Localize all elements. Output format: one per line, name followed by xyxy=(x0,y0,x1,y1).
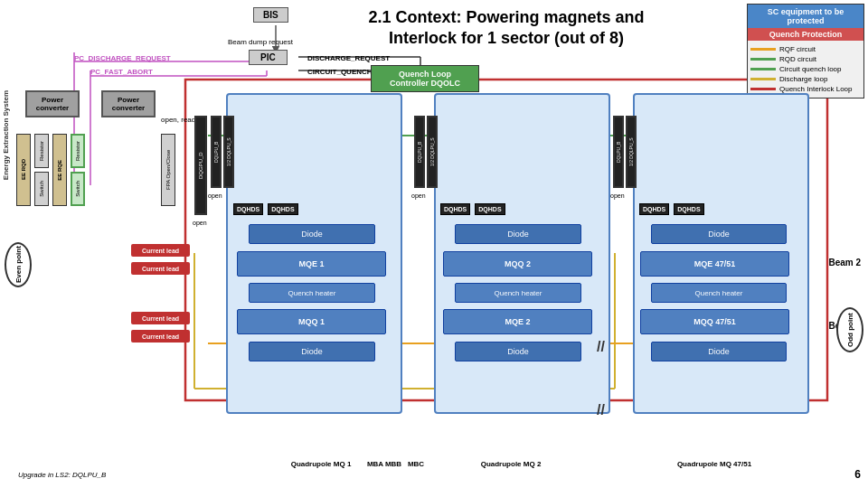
bis-box: BIS xyxy=(253,7,288,23)
fpa-box: FPA Open/Close xyxy=(161,134,175,206)
bottom-label-2: Quadrupole MQ 2 xyxy=(452,460,570,468)
mqe2: MQE 2 xyxy=(443,309,592,334)
dqhds-3b: DQHDS xyxy=(674,203,703,215)
qheater-1: Quench heater xyxy=(249,283,375,303)
diode-2-top: Diode xyxy=(455,224,581,244)
open-label-3: open xyxy=(411,192,426,199)
switch-1-box: Switch xyxy=(34,172,49,206)
pc-discharge-label: PC_DISCHARGE_REQUEST xyxy=(74,54,171,62)
discharge-req-label: DISCHARGE_REQUEST xyxy=(307,54,390,62)
pc-fast-abort-label: PC_FAST_ABORT xyxy=(90,68,153,76)
diode-1-top: Diode xyxy=(249,224,375,244)
quench-interlock-line xyxy=(750,88,776,90)
dqhds-2b: DQHDS xyxy=(475,203,505,215)
open-label-4: open xyxy=(610,192,625,199)
rqf-line xyxy=(750,48,776,51)
legend-rqf: RQF circuit xyxy=(750,45,861,53)
open-read-label: open, read xyxy=(161,116,195,124)
legend-quench-interlock: Quench Interlock Loop xyxy=(750,85,861,93)
bottom-label-3: Quadrupole MQ 47/51 xyxy=(646,460,782,468)
odd-point: Odd point xyxy=(836,307,863,352)
mqq2: MQQ 2 xyxy=(443,251,592,277)
ee-rqd-box: EE RQD xyxy=(16,134,31,206)
current-lead-3: Current lead xyxy=(131,312,190,324)
qlc-box: Quench Loop Controller DQOLC xyxy=(371,65,479,92)
half-dqlpu-s-1: 1/2 DQLPU_S xyxy=(223,116,234,188)
legend-discharge: Discharge loop xyxy=(750,75,861,83)
dslash-1: // xyxy=(597,339,605,355)
rqd-line xyxy=(750,58,776,61)
open-label-2: open xyxy=(208,192,222,199)
legend-circuit-quench: Circuit quench loop xyxy=(750,65,861,73)
legend-subheader: Quench Protection xyxy=(748,28,863,41)
switch-2-box: Switch xyxy=(71,172,85,206)
resistor-1-box: Resistor xyxy=(34,134,49,168)
beam-dump-label: Beam dump request xyxy=(228,38,293,46)
page-number: 6 xyxy=(854,468,861,481)
mqq-47-51: MQQ 47/51 xyxy=(640,309,789,334)
legend-panel: SC equipment to be protected Quench Prot… xyxy=(747,4,864,99)
ee-rqe-box: EE RQE xyxy=(52,134,67,206)
current-lead-2: Current lead xyxy=(131,262,190,275)
ees-label: Energy Extraction System xyxy=(2,90,10,180)
dslash-2: // xyxy=(597,402,605,418)
dqlpu-b-1: DQLPU_B xyxy=(211,116,222,188)
mqq1: MQQ 1 xyxy=(237,309,386,334)
pic-box: PIC xyxy=(249,50,288,65)
diode-1-bot: Diode xyxy=(249,342,375,361)
current-lead-1: Current lead xyxy=(131,244,190,257)
qheater-2: Quench heater xyxy=(455,283,581,303)
dqhds-1a: DQHDS xyxy=(233,203,263,215)
discharge-line xyxy=(750,78,776,80)
dqhds-1b: DQHDS xyxy=(268,203,297,215)
dqhds-2a: DQHDS xyxy=(440,203,470,215)
half-dqlpu-s-3: 1/2 DQLPU_S xyxy=(626,116,637,188)
dqlpu-b-3: DQLPU_B xyxy=(613,116,624,188)
diode-2-bot: Diode xyxy=(455,342,581,361)
half-dqlpu-s-2: 1/2 DQLPU_S xyxy=(427,116,438,188)
main-title: 2.1 Context: Powering magnets and Interl… xyxy=(280,7,732,50)
resistor-2-box: Resistor xyxy=(71,134,85,168)
legend-header: SC equipment to be protected xyxy=(748,5,863,28)
beam2-label: Beam 2 xyxy=(828,258,861,267)
mqe1: MQE 1 xyxy=(237,251,386,277)
diode-3-top: Diode xyxy=(651,224,787,244)
power-converter-1: Power converter xyxy=(25,90,80,117)
legend-items: RQF circuit RQD circuit Circuit quench l… xyxy=(748,41,863,98)
circuit-quench-label: CIRCUIT_QUENCH xyxy=(307,68,373,76)
upgrade-label: Upgrade in LS2: DQLPU_B xyxy=(18,471,106,479)
qheater-3: Quench heater xyxy=(651,283,787,303)
dqlpu-b-2: DQLPU_B xyxy=(414,116,425,188)
circuit-quench-line xyxy=(750,68,776,70)
dqhds-3a: DQHDS xyxy=(639,203,669,215)
dqhds-row-2: DQHDS DQHDS xyxy=(440,203,505,215)
even-point: Even point xyxy=(5,242,32,287)
power-converter-2: Power converter xyxy=(101,90,156,117)
open-label-1: open xyxy=(193,220,207,226)
diode-3-bot: Diode xyxy=(651,342,787,361)
legend-rqd: RQD circuit xyxy=(750,55,861,63)
dqhds-row-1: DQHDS DQHDS xyxy=(233,203,298,215)
bottom-mbc: MBC xyxy=(402,460,429,468)
dqhds-row-3: DQHDS DQHDS xyxy=(639,203,704,215)
dqgpu-box: DQGPU_D xyxy=(194,116,207,215)
mqe-47-51: MQE 47/51 xyxy=(640,251,789,277)
current-lead-4: Current lead xyxy=(131,330,190,343)
